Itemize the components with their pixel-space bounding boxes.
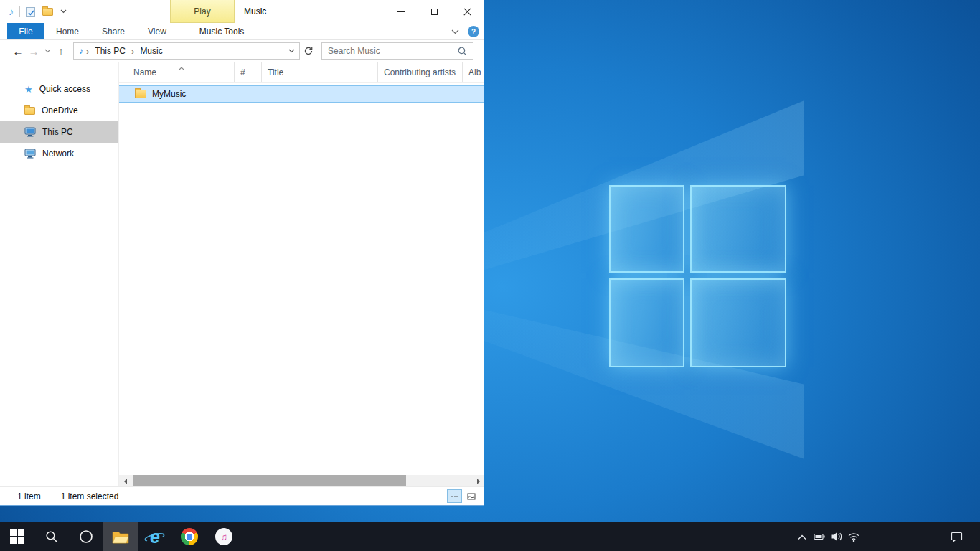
refresh-button[interactable] (300, 42, 317, 60)
maximize-button[interactable] (418, 0, 451, 23)
show-desktop-button[interactable] (976, 522, 980, 551)
tab-home[interactable]: Home (44, 23, 90, 39)
sidebar-item-label: This PC (42, 127, 73, 137)
back-button[interactable]: ← (10, 42, 26, 60)
scrollbar-thumb[interactable] (133, 475, 406, 487)
volume-indicator[interactable] (828, 522, 845, 551)
sidebar-item-quick-access[interactable]: ★ Quick access (0, 78, 118, 100)
horizontal-scrollbar[interactable] (119, 475, 484, 487)
this-pc-icon (24, 127, 36, 137)
view-toggles (447, 489, 479, 503)
expand-ribbon-chevron[interactable] (448, 24, 462, 39)
column-header-title[interactable]: Title (262, 62, 378, 82)
file-list: Name # Title Contributing artists Alb My… (119, 62, 484, 487)
internet-explorer-icon: e (146, 526, 164, 547)
scroll-right-icon (477, 479, 480, 484)
file-row-mymusic[interactable]: MyMusic (119, 85, 484, 103)
column-header-album[interactable]: Alb (463, 62, 484, 82)
taskbar-apps: e ♫ (0, 522, 241, 551)
network-indicator[interactable] (845, 522, 862, 551)
volume-icon (831, 531, 842, 542)
chevron-up-icon (797, 534, 807, 540)
sidebar-item-label: Network (42, 149, 74, 159)
item-count: 1 item (17, 491, 41, 501)
sort-ascending-icon (178, 63, 185, 73)
search-input[interactable] (322, 46, 458, 56)
recent-locations-dropdown[interactable] (42, 42, 53, 60)
column-headers: Name # Title Contributing artists Alb (119, 62, 484, 83)
navigation-pane: ★ Quick access OneDrive This PC (0, 62, 119, 487)
new-folder-button[interactable] (42, 8, 53, 16)
tab-file[interactable]: File (7, 23, 44, 39)
scroll-right-button[interactable] (472, 475, 484, 487)
sidebar-item-onedrive[interactable]: OneDrive (0, 100, 118, 121)
minimize-button[interactable] (385, 0, 418, 23)
taskbar-internet-explorer-button[interactable]: e (138, 522, 172, 551)
scroll-left-button[interactable] (119, 475, 131, 487)
column-header-number[interactable]: # (235, 62, 262, 82)
address-dropdown-chevron[interactable] (288, 49, 295, 53)
search-icon (45, 530, 58, 543)
breadcrumb-this-pc[interactable]: This PC (92, 46, 128, 56)
wifi-icon (848, 532, 859, 542)
quick-access-star-icon: ★ (24, 85, 33, 94)
file-explorer-icon (112, 530, 129, 544)
sidebar-item-this-pc[interactable]: This PC (0, 121, 118, 143)
breadcrumb-music[interactable]: Music (137, 46, 165, 56)
windows-logo-pane (690, 278, 786, 367)
cortana-icon (79, 529, 93, 544)
address-bar[interactable]: ♪ › This PC › Music (73, 42, 300, 60)
address-music-icon: ♪ (79, 46, 83, 56)
window-controls (385, 0, 484, 23)
large-icons-view-button[interactable] (463, 489, 479, 503)
tab-view[interactable]: View (136, 23, 178, 39)
sidebar-item-label: OneDrive (42, 105, 78, 116)
itunes-note-glyph: ♫ (220, 532, 227, 542)
battery-icon (814, 531, 826, 542)
tab-share[interactable]: Share (90, 23, 136, 39)
cortana-button[interactable] (69, 522, 103, 551)
taskbar-file-explorer-button[interactable] (103, 522, 138, 551)
search-icon[interactable] (458, 47, 467, 56)
sidebar-item-network[interactable]: Network (0, 143, 118, 164)
customize-qat-dropdown[interactable] (60, 9, 67, 14)
battery-indicator[interactable] (811, 522, 828, 551)
breadcrumb-separator: › (86, 46, 89, 57)
app-music-icon: ♪ (9, 6, 14, 17)
up-button[interactable]: ↑ (53, 42, 69, 60)
search-box (321, 42, 473, 60)
tab-music-tools[interactable]: Music Tools (188, 23, 255, 39)
windows-logo (609, 185, 786, 367)
onedrive-icon (24, 107, 35, 115)
title-bar: ♪ Play Music (0, 0, 484, 23)
taskbar-search-button[interactable] (34, 522, 69, 551)
properties-button[interactable] (26, 7, 35, 17)
column-header-name[interactable]: Name (119, 62, 235, 82)
forward-button[interactable]: → (26, 42, 42, 60)
explorer-body: ★ Quick access OneDrive This PC (0, 62, 484, 487)
taskbar-itunes-button[interactable]: ♫ (207, 522, 241, 551)
status-bar: 1 item 1 item selected (0, 486, 484, 505)
close-button[interactable] (451, 0, 484, 23)
hidden-icons-button[interactable] (793, 522, 811, 551)
taskbar-chrome-button[interactable] (172, 522, 207, 551)
action-center-icon (951, 531, 963, 542)
quick-access-toolbar (26, 7, 67, 17)
network-icon (24, 149, 36, 159)
maximize-icon (431, 9, 438, 15)
minimize-icon (397, 11, 405, 12)
file-explorer-window: ♪ Play Music File Home Sh (0, 0, 484, 506)
navigation-bar: ← → ↑ ♪ › This PC › Music (0, 40, 484, 62)
folder-icon (135, 90, 146, 98)
column-header-contributing-artists[interactable]: Contributing artists (378, 62, 463, 82)
help-button[interactable]: ? (468, 26, 479, 37)
details-view-button[interactable] (447, 489, 462, 503)
contextual-tab-group-play[interactable]: Play (170, 0, 235, 23)
window-title: Music (244, 0, 266, 23)
taskbar: e ♫ (0, 522, 980, 551)
start-button[interactable] (0, 522, 34, 551)
windows-logo-pane (609, 185, 684, 273)
chrome-icon (181, 528, 198, 545)
close-icon (463, 7, 472, 17)
action-center-button[interactable] (940, 522, 973, 551)
